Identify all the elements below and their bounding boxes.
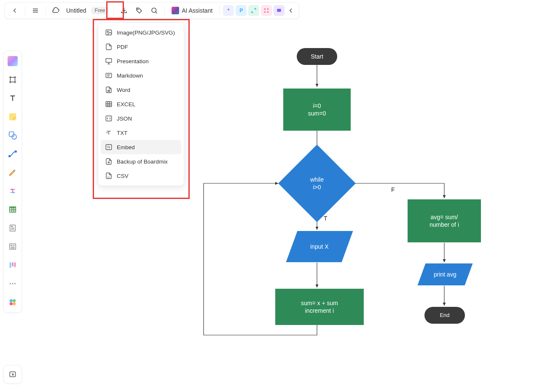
flow-node-start-label: Start (311, 53, 323, 60)
svg-rect-60 (10, 244, 16, 250)
document-title[interactable]: Untitled (64, 7, 88, 14)
svg-rect-65 (10, 263, 11, 268)
svg-point-68 (10, 283, 11, 285)
export-menu-label: CSV (117, 173, 129, 179)
svg-point-72 (13, 299, 16, 302)
code-icon (105, 115, 113, 122)
export-menu-item-backup[interactable]: Backup of Boardmix (101, 154, 181, 169)
flow-node-print[interactable]: print avg (418, 263, 473, 285)
ai-assistant-button[interactable]: AI Assistant (168, 7, 216, 14)
word-icon (105, 86, 113, 94)
flow-node-sum-label: sum= x + sum increment i (301, 299, 338, 314)
tool-image-ai[interactable] (223, 5, 234, 16)
flow-node-init-label: i=0 sum=0 (308, 102, 326, 117)
table-icon (105, 100, 113, 108)
svg-rect-44 (9, 132, 14, 137)
svg-rect-30 (106, 116, 112, 121)
tool-chat[interactable] (274, 5, 285, 16)
flow-edges (0, 0, 537, 392)
bottom-panel-toggle[interactable] (3, 365, 22, 384)
export-menu-item-json[interactable]: JSON (101, 111, 181, 126)
tool-list[interactable] (7, 241, 19, 252)
flow-node-start[interactable]: Start (297, 48, 337, 65)
flow-node-input[interactable]: input X (286, 231, 353, 262)
flow-node-input-label: input X (310, 243, 329, 250)
export-button[interactable] (117, 4, 131, 17)
tool-table[interactable] (7, 204, 19, 215)
image-icon (105, 29, 113, 36)
export-menu-label: Presentation (117, 58, 149, 64)
export-menu-item-csv[interactable]: csv CSV (101, 169, 181, 183)
flow-node-condition-label: while i>0 (310, 176, 324, 191)
tag-button[interactable] (132, 4, 146, 17)
svg-rect-25 (106, 102, 112, 107)
tool-pen[interactable] (7, 166, 19, 178)
svg-point-18 (107, 31, 108, 32)
svg-rect-52 (10, 207, 16, 209)
tool-nodes[interactable] (261, 5, 272, 16)
search-button[interactable] (148, 4, 161, 17)
tool-kanban[interactable] (7, 259, 19, 271)
flow-node-end[interactable]: End (424, 307, 465, 324)
tool-connector[interactable] (7, 148, 19, 160)
tool-doc[interactable] (7, 222, 19, 234)
svg-rect-43 (9, 113, 16, 121)
svg-point-13 (267, 8, 269, 10)
canvas[interactable]: Start i=0 sum=0 while i>0 T F input X su… (0, 0, 537, 392)
tool-frame[interactable] (7, 74, 19, 86)
flow-label-true: T (324, 215, 328, 222)
svg-point-15 (267, 11, 269, 13)
svg-point-14 (264, 11, 266, 13)
flow-node-avg[interactable]: avg= sum/ number of i (408, 199, 481, 242)
csv-icon: csv (105, 172, 113, 180)
svg-point-45 (12, 134, 16, 139)
ai-logo-icon (172, 7, 179, 14)
export-menu-item-txt[interactable]: TXT (101, 126, 181, 140)
export-menu-item-markdown[interactable]: Markdown (101, 68, 181, 83)
presentation-icon (105, 57, 113, 65)
svg-rect-16 (277, 9, 281, 12)
svg-point-74 (13, 302, 16, 305)
tool-shapes[interactable] (7, 129, 19, 141)
svg-text:csv: csv (107, 176, 110, 178)
tool-sticky[interactable] (7, 111, 19, 123)
backup-icon (105, 158, 113, 165)
tool-mindmap[interactable] (7, 185, 19, 197)
tool-text[interactable] (7, 92, 19, 104)
export-menu-item-pdf[interactable]: PDF (101, 40, 181, 54)
export-menu-label: Image(PNG/JPG/SVG) (117, 30, 175, 36)
svg-rect-61 (11, 245, 12, 246)
svg-rect-22 (106, 73, 112, 78)
flow-node-condition[interactable]: while i>0 (290, 156, 344, 211)
flow-node-avg-label: avg= sum/ number of i (430, 213, 459, 228)
export-menu: Image(PNG/JPG/SVG) PDF Presentation Mark… (98, 22, 184, 186)
cloud-icon[interactable] (49, 4, 63, 17)
svg-point-47 (15, 151, 17, 153)
back-button[interactable] (8, 4, 21, 17)
flow-node-init[interactable]: i=0 sum=0 (283, 89, 351, 131)
menu-button[interactable] (29, 4, 42, 17)
export-menu-label: JSON (117, 115, 132, 122)
export-menu-label: Backup of Boardmix (117, 158, 168, 165)
export-menu-item-image[interactable]: Image(PNG/JPG/SVG) (101, 25, 181, 40)
svg-point-9 (137, 9, 138, 10)
export-menu-item-embed[interactable]: Embed (101, 140, 181, 154)
export-menu-label: Markdown (117, 72, 143, 79)
collapse-right-button[interactable] (286, 4, 295, 17)
export-menu-item-word[interactable]: Word (101, 83, 181, 97)
tool-share[interactable] (248, 5, 259, 16)
tool-apps[interactable] (7, 296, 19, 308)
topbar: Untitled Free AI Assistant P (4, 2, 299, 19)
tool-logo[interactable] (7, 55, 19, 67)
svg-rect-67 (14, 263, 16, 267)
flow-node-end-label: End (440, 312, 449, 319)
export-menu-item-excel[interactable]: EXCEL (101, 97, 181, 111)
svg-point-73 (10, 302, 13, 305)
flow-node-sum[interactable]: sum= x + sum increment i (275, 289, 364, 325)
export-menu-item-presentation[interactable]: Presentation (101, 54, 181, 68)
tool-more[interactable] (7, 278, 19, 290)
tool-p[interactable]: P (236, 5, 247, 16)
plan-badge: Free (91, 7, 108, 14)
export-menu-label: EXCEL (117, 101, 135, 107)
svg-line-11 (156, 12, 157, 13)
